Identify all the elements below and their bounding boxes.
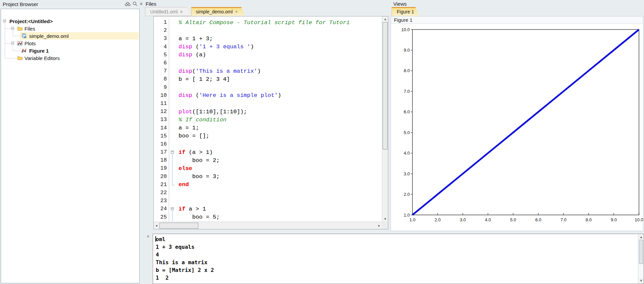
scroll-up-icon[interactable]: ▲ — [383, 16, 388, 22]
y-tick-label: 10.0 — [401, 27, 410, 32]
x-tick-label: 10.0 — [635, 217, 643, 222]
y-tick-label: 6.0 — [404, 109, 410, 114]
code-line-8[interactable]: 8b = [ 1 2; 3 4] — [154, 75, 382, 83]
fold-gutter — [169, 67, 177, 75]
scroll-left-icon[interactable]: ◄ — [154, 222, 159, 229]
tab-close-icon[interactable]: × — [180, 9, 183, 14]
console-line: 4 — [156, 251, 637, 259]
plots-icon — [17, 41, 23, 47]
scroll-up-icon[interactable]: ▲ — [639, 235, 644, 239]
code-line-22[interactable]: 22 — [154, 189, 382, 197]
line-number: 7 — [154, 67, 169, 75]
tab-untitled1[interactable]: Untitled1.oml × — [145, 7, 191, 16]
console-line: oml — [156, 235, 637, 243]
editor-horizontal-scrollbar[interactable]: ◄ ► — [154, 222, 382, 229]
code-line-7[interactable]: 7disp('This is a matrix') — [154, 67, 382, 75]
code-line-15[interactable]: 15boo = []; — [154, 132, 382, 140]
tree-item-simple-demo-oml[interactable]: simple_demo.oml — [1, 32, 139, 40]
tree-item-label: Files — [24, 26, 35, 32]
fold-gutter — [169, 83, 177, 92]
code-line-19[interactable]: 19else — [154, 164, 382, 172]
plot-data-line[interactable] — [412, 30, 639, 215]
fold-collapse-icon[interactable] — [169, 148, 177, 156]
tree-item-figure-1[interactable]: Figure 1 — [1, 47, 139, 54]
console-scrollbar[interactable]: ▲ ▼ — [638, 234, 644, 284]
tree-item-plots[interactable]: Plots — [1, 40, 139, 47]
fold-gutter — [169, 108, 177, 116]
code-line-20[interactable]: 20 boo = 3; — [154, 173, 382, 181]
code-line-14[interactable]: 14a = 1; — [154, 124, 382, 132]
tree-item-files[interactable]: Files — [1, 25, 139, 32]
y-tick-label: 2.0 — [404, 192, 410, 197]
scroll-right-icon[interactable]: ► — [377, 222, 382, 229]
tree-collapse-icon[interactable] — [3, 19, 6, 22]
code-text: % If condition — [179, 117, 227, 123]
tree-item-label: Figure 1 — [29, 48, 49, 54]
scrollbar-thumb[interactable] — [639, 240, 643, 264]
figure-plot-canvas[interactable]: 1.02.03.04.05.06.07.08.09.010.010.09.08.… — [391, 23, 643, 231]
tab-simple-demo[interactable]: simple_demo.oml × — [191, 7, 245, 16]
code-line-12[interactable]: 12plot([1:10],[1:10]); — [154, 108, 382, 116]
figure-window[interactable]: Figure 1 1.02.03.04.05.06.07.08.09.010.0… — [391, 16, 643, 231]
code-line-18[interactable]: 18 boo = 2; — [154, 156, 382, 164]
code-text: disp (a) — [179, 52, 206, 58]
tab-figure-1[interactable]: Figure 1 — [392, 7, 419, 16]
line-number: 20 — [154, 173, 169, 181]
code-line-1[interactable]: 1% Altair Compose - Tutorial script file… — [154, 18, 382, 26]
code-line-9[interactable]: 9 — [154, 83, 382, 92]
tree-collapse-icon[interactable] — [11, 42, 14, 45]
fold-collapse-icon[interactable] — [169, 205, 177, 213]
code-text: else — [179, 165, 192, 172]
code-text: a = 1 + 3; — [179, 36, 213, 42]
fold-gutter — [169, 124, 177, 132]
console-output[interactable]: oml1 + 3 equals4This is a matrixb = [Mat… — [156, 235, 637, 284]
code-line-24[interactable]: 24if a > 1 — [154, 205, 382, 213]
y-tick-label: 3.0 — [404, 171, 410, 176]
tab-close-icon[interactable]: × — [235, 9, 238, 14]
code-line-3[interactable]: 3a = 1 + 3; — [154, 35, 382, 43]
code-line-4[interactable]: 4disp ('1 + 3 equals ') — [154, 43, 382, 51]
tree-item-label: Project:<Untitled> — [9, 18, 53, 24]
fold-gutter — [169, 140, 177, 148]
oml-file-icon — [21, 33, 27, 40]
console-close-icon[interactable]: × — [147, 234, 150, 239]
code-line-6[interactable]: 6 — [154, 59, 382, 67]
code-line-13[interactable]: 13% If condition — [154, 116, 382, 124]
code-line-21[interactable]: 21end — [154, 181, 382, 189]
code-line-25[interactable]: 25 boo = 5; — [154, 213, 382, 221]
tree-item-variable-editors[interactable]: Variable Editors — [1, 54, 139, 62]
scrollbar-thumb[interactable] — [383, 22, 388, 150]
fold-gutter — [169, 189, 177, 197]
oml-console[interactable]: oml1 + 3 equals4This is a matrixb = [Mat… — [153, 234, 644, 284]
code-line-23[interactable]: 23 — [154, 197, 382, 205]
line-number: 23 — [154, 197, 169, 205]
line-number: 1 — [154, 18, 169, 26]
editor-vertical-scrollbar[interactable]: ▲ ▼ — [382, 16, 388, 222]
application-window: Project Browser × Project:<Untitled>File… — [0, 0, 644, 284]
console-line: 1 + 3 equals — [156, 243, 637, 251]
scroll-down-icon[interactable]: ▼ — [639, 278, 644, 283]
x-tick-label: 9.0 — [611, 217, 617, 222]
fold-gutter — [169, 100, 177, 108]
code-area[interactable]: 1% Altair Compose - Tutorial script file… — [154, 16, 382, 222]
line-number: 12 — [154, 108, 169, 116]
code-line-2[interactable]: 2 — [154, 26, 382, 35]
tree-item-project-untitled[interactable]: Project:<Untitled> — [1, 17, 139, 25]
line-number: 8 — [154, 75, 169, 83]
code-editor[interactable]: 1% Altair Compose - Tutorial script file… — [153, 16, 388, 229]
code-line-16[interactable]: 16 — [154, 140, 382, 148]
tree-item-label: Plots — [24, 41, 36, 46]
close-icon[interactable]: × — [140, 2, 143, 6]
project-tree[interactable]: Project:<Untitled>Filessimple_demo.omlPl… — [1, 9, 140, 283]
scroll-down-icon[interactable]: ▼ — [383, 216, 388, 222]
scrollbar-thumb[interactable] — [159, 223, 198, 229]
code-line-10[interactable]: 10disp ('Here is a simple plot') — [154, 92, 382, 100]
tree-collapse-icon[interactable] — [11, 27, 14, 30]
search-icon[interactable] — [133, 1, 138, 6]
code-text: boo = 5; — [179, 214, 219, 220]
code-line-11[interactable]: 11 — [154, 100, 382, 108]
code-line-17[interactable]: 17if (a > 1) — [154, 148, 382, 156]
code-line-5[interactable]: 5disp (a) — [154, 51, 382, 59]
fold-gutter — [169, 75, 177, 83]
binoculars-icon[interactable] — [125, 2, 131, 6]
